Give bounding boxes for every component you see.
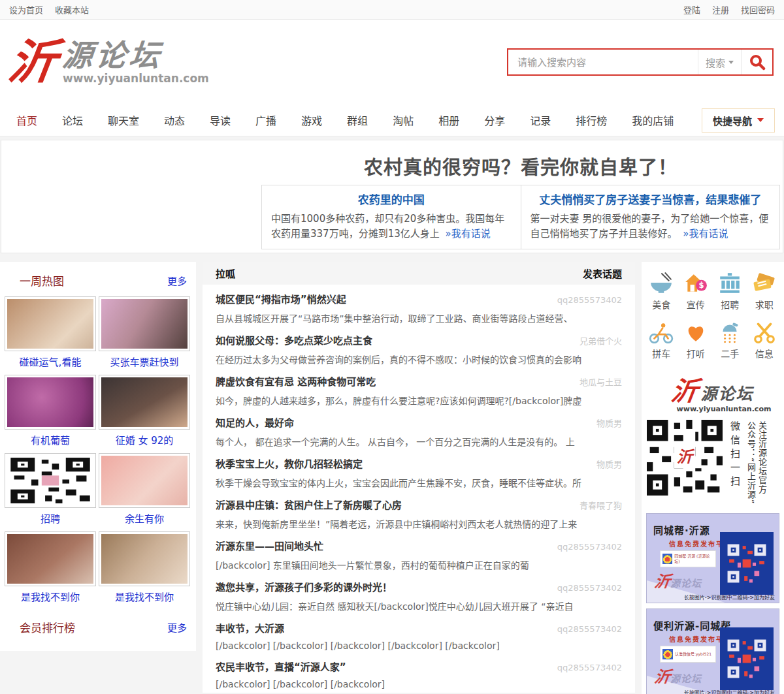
- topic-title-link[interactable]: 城区便民“拇指市场”悄然兴起: [216, 292, 346, 306]
- service-job-seek[interactable]: 求职: [747, 270, 782, 311]
- topic-title-link[interactable]: 农民丰收节，直播“沂源人家”: [216, 659, 346, 673]
- topic-row: 秋季宝宝上火，教你几招轻松搞定 物质男 秋季干燥会导致宝宝的体内上火，宝宝会因此…: [203, 449, 635, 490]
- register-link[interactable]: 注册: [712, 3, 729, 16]
- topic-author[interactable]: 物质男: [596, 458, 622, 470]
- service-jobs[interactable]: 招聘: [713, 270, 747, 311]
- nav-item-taotie[interactable]: 淘帖: [393, 112, 414, 128]
- nav-item-forum[interactable]: 论坛: [62, 112, 83, 128]
- ad-banner[interactable]: 同城帮·沂源 信息免费发布平台 同城帮·沂源 (沂源论坛) 沂源论坛: [646, 513, 779, 603]
- photo-caption[interactable]: 招聘: [5, 511, 96, 525]
- nav-item-share[interactable]: 分享: [484, 112, 505, 128]
- nav-item-groups[interactable]: 群组: [347, 112, 368, 128]
- topic-author[interactable]: qq2855573402: [557, 295, 622, 305]
- nav-item-feed[interactable]: 动态: [164, 112, 185, 128]
- topic-title-link[interactable]: 邀您共享，沂源孩子们多彩的课外时光！: [216, 580, 392, 593]
- service-promo[interactable]: $ 宣传: [679, 270, 713, 311]
- topic-title-link[interactable]: 脾虚饮食有宜有忌 这两种食物可常吃: [216, 374, 376, 388]
- nav-item-broadcast[interactable]: 广播: [255, 112, 276, 128]
- service-label: 宣传: [679, 298, 713, 311]
- nav-item-albums[interactable]: 相册: [438, 112, 459, 128]
- story-title-link[interactable]: 丈夫悄悄买了房子送妻子当惊喜，结果悲催了: [531, 191, 771, 207]
- hot-photo-item[interactable]: 有机葡萄: [5, 375, 96, 447]
- photo-thumbnail: [7, 299, 93, 349]
- nav-item-chatroom[interactable]: 聊天室: [108, 112, 139, 128]
- topic-author[interactable]: 地瓜与土豆: [580, 375, 622, 388]
- recover-password-link[interactable]: 找回密码: [741, 3, 775, 16]
- service-food[interactable]: 美食: [644, 270, 679, 311]
- hot-photo-item[interactable]: 碰碰运气,看能: [5, 296, 96, 368]
- nav-item-ranking[interactable]: 排行榜: [576, 112, 607, 128]
- topic-title-link[interactable]: 沂源县中庄镇：贫困户住上了新房暖了心房: [216, 497, 402, 511]
- nav-item-games[interactable]: 游戏: [301, 112, 322, 128]
- topic-author[interactable]: 物质男: [596, 417, 622, 429]
- quick-nav-button[interactable]: 快捷导航: [702, 108, 775, 133]
- favorite-link[interactable]: 收藏本站: [55, 3, 89, 16]
- nav-item-records[interactable]: 记录: [530, 112, 551, 128]
- hot-images-more-link[interactable]: 更多: [167, 274, 187, 287]
- topic-title-link[interactable]: 丰收节，大沂源: [216, 621, 284, 635]
- search-type-dropdown[interactable]: 搜索: [698, 50, 741, 74]
- topic-author[interactable]: qq2855573402: [557, 583, 622, 593]
- photo-caption[interactable]: 是我找不到你: [99, 590, 190, 603]
- photo-caption[interactable]: 是我找不到你: [5, 590, 96, 603]
- set-home-link[interactable]: 设为首页: [9, 3, 43, 16]
- topic-author[interactable]: 兄弟借个火: [580, 334, 622, 347]
- photo-caption[interactable]: 征婚 女 92的: [99, 433, 190, 447]
- login-link[interactable]: 登陆: [683, 3, 700, 16]
- search-icon: [749, 54, 766, 71]
- hot-photo-item[interactable]: 招聘: [5, 453, 96, 525]
- topic-row: 丰收节，大沂源 qq2855573402 [/backcolor] [/back…: [203, 614, 635, 652]
- hot-photo-item[interactable]: 征婚 女 92的: [99, 375, 190, 447]
- hot-photo-item[interactable]: 余生有你: [99, 453, 190, 525]
- headline-title-link[interactable]: 农村真的很穷吗？看完你就自卑了！: [261, 152, 780, 180]
- ad-footer-text: 长按图片->识别图中二维码->加为好友: [684, 689, 775, 694]
- topic-title-link[interactable]: 知足的人，最好命: [216, 415, 294, 429]
- member-ranking-more-link[interactable]: 更多: [167, 620, 187, 634]
- ad-banner[interactable]: 便利沂源-同城帮 信息免费发布平台 认准微信号:yybl521 沂源论坛: [646, 608, 779, 694]
- hot-photo-item[interactable]: 是我找不到你: [99, 531, 190, 603]
- quick-nav-label: 快捷导航: [713, 114, 752, 127]
- hot-images-title: 一周热图: [20, 272, 64, 289]
- site-logo[interactable]: 沂 源论坛 www.yiyuanluntan.com: [9, 37, 209, 87]
- topic-author[interactable]: 青春喂了狗: [580, 499, 622, 511]
- nav-item-my-shop[interactable]: 我的店铺: [632, 112, 674, 128]
- service-secondhand[interactable]: 二手: [713, 319, 747, 360]
- story-more-link[interactable]: »我有话说: [683, 228, 728, 240]
- ad-contact-card: 认准微信号:yybl521: [660, 646, 716, 663]
- hot-photo-item[interactable]: 是我找不到你: [5, 531, 96, 603]
- search-input[interactable]: [508, 50, 698, 74]
- topic-title-link[interactable]: 秋季宝宝上火，教你几招轻松搞定: [216, 456, 363, 470]
- tab-lagua[interactable]: 拉呱: [216, 266, 235, 280]
- service-info[interactable]: 信息: [747, 319, 782, 360]
- service-label: 招聘: [713, 298, 747, 311]
- photo-caption[interactable]: 有机葡萄: [5, 433, 96, 447]
- topic-title-link[interactable]: 如何说服父母：多吃点菜少吃点主食: [216, 333, 372, 347]
- story-title-link[interactable]: 农药里的中国: [271, 191, 512, 207]
- member-ranking-title: 会员排行榜: [20, 619, 75, 635]
- topic-author[interactable]: qq2855573402: [557, 663, 622, 672]
- topic-author[interactable]: qq2855573402: [557, 542, 622, 552]
- topic-title-link[interactable]: 沂源东里——田间地头忙: [216, 539, 323, 552]
- sidebar-logo: 沂 源论坛 www.yiyuanluntan.com: [642, 378, 784, 413]
- search-bar: 搜索: [507, 48, 774, 76]
- service-inquire[interactable]: 打听: [679, 319, 713, 360]
- photo-caption[interactable]: 买张车票赶快到: [99, 355, 190, 368]
- topic-snippet: [/backcolor] 东里镇田间地头一片繁忙景象，西村的葡萄种植户正在自家的…: [216, 558, 622, 571]
- story-more-link[interactable]: »我有话说: [446, 228, 491, 240]
- topic-snippet: 秋季干燥会导致宝宝的体内上火，宝宝会因此而产生焦躁不安，厌食，睡眠不佳等症状。所: [216, 476, 622, 489]
- topic-snippet: 悦庄镇中心幼儿园：亲近自然 感知秋天[/backcolor]悦庄中心幼儿园大班开…: [216, 599, 622, 612]
- nav-item-guide[interactable]: 导读: [210, 112, 231, 128]
- service-carpool[interactable]: 拼车: [644, 319, 679, 360]
- topic-author[interactable]: qq2855573402: [557, 624, 622, 634]
- qr-code: [7, 456, 93, 505]
- nav-item-home[interactable]: 首页: [16, 112, 37, 128]
- photo-caption[interactable]: 余生有你: [99, 511, 190, 525]
- wechat-scan-label: 微信扫一扫: [728, 421, 742, 504]
- scissors-icon: [752, 321, 777, 343]
- search-button[interactable]: [741, 50, 772, 74]
- photo-caption[interactable]: 碰碰运气,看能: [5, 355, 96, 368]
- post-topic-link[interactable]: 发表话题: [583, 266, 622, 280]
- topic-row: 如何说服父母：多吃点菜少吃点主食 兄弟借个火 在经历过太多为父母做营养咨询的案例…: [203, 326, 635, 367]
- topic-snippet: 来来，快到俺新房里坐坐！”隔着老远，沂源县中庄镇桐峪村刘西太老人就热情的迎了上来: [216, 517, 622, 530]
- hot-photo-item[interactable]: 买张车票赶快到: [99, 296, 190, 368]
